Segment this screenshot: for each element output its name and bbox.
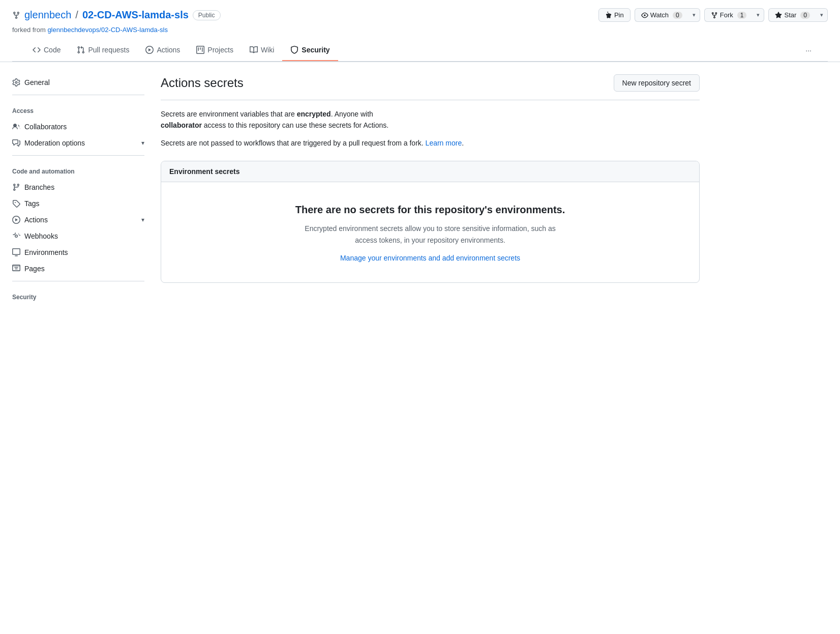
watch-btn-group: Watch 0 ▾: [635, 8, 700, 22]
fork-count: 1: [737, 12, 747, 19]
watch-label: Watch: [650, 11, 669, 19]
tab-pull-requests[interactable]: Pull requests: [69, 40, 137, 61]
forked-from-label: forked from: [12, 26, 46, 34]
fork-icon: [711, 12, 718, 19]
tab-actions-label: Actions: [157, 46, 180, 54]
desc2-suffix: access to this repository can use these …: [202, 121, 388, 129]
tab-code[interactable]: Code: [24, 40, 69, 61]
tab-projects-label: Projects: [207, 46, 233, 54]
forked-from: forked from glennbechdevops/02-CD-AWS-la…: [12, 26, 828, 40]
content-divider: [161, 100, 700, 100]
description-1: Secrets are environment variables that a…: [161, 108, 700, 131]
tab-projects[interactable]: Projects: [188, 40, 242, 61]
env-secrets-header: Environment secrets: [161, 161, 699, 182]
code-icon: [33, 46, 41, 54]
comment-icon: [12, 139, 20, 147]
sidebar-item-actions[interactable]: Actions ▾: [12, 212, 144, 228]
sidebar-divider-3: [12, 281, 144, 281]
learn-more-link[interactable]: Learn more: [426, 139, 462, 147]
tab-security[interactable]: Security: [282, 40, 338, 61]
sidebar-general-label: General: [24, 78, 50, 87]
sidebar: General Access Collaborators Moderation …: [12, 74, 144, 305]
watch-dropdown-button[interactable]: ▾: [688, 8, 700, 22]
sidebar-item-moderation[interactable]: Moderation options ▾: [12, 135, 144, 151]
pull-request-icon: [77, 46, 85, 54]
repo-actions: Pin Watch 0 ▾ Fork 1 ▾: [598, 8, 828, 22]
desc1-prefix: Secrets are environment variables that a…: [161, 110, 297, 118]
fork-label: Fork: [720, 11, 733, 19]
tag-icon: [12, 199, 20, 208]
security-icon: [290, 46, 298, 54]
tab-pr-label: Pull requests: [88, 46, 129, 54]
actions-chevron-icon: ▾: [141, 216, 144, 223]
desc1-suffix: . Anyone with: [331, 110, 373, 118]
webhook-icon: [12, 232, 20, 240]
fork-dropdown-button[interactable]: ▾: [753, 8, 764, 22]
main-layout: General Access Collaborators Moderation …: [0, 62, 712, 317]
tab-code-label: Code: [44, 46, 61, 54]
star-count: 0: [800, 12, 810, 19]
gear-icon: [12, 78, 20, 87]
pin-button[interactable]: Pin: [598, 8, 631, 22]
sidebar-item-branches[interactable]: Branches: [12, 179, 144, 195]
repo-header: glennbech / 02-CD-AWS-lamda-sls Public P…: [0, 0, 840, 62]
star-label: Star: [784, 11, 796, 19]
star-dropdown-button[interactable]: ▾: [816, 8, 828, 22]
desc3-suffix: .: [462, 139, 464, 147]
sidebar-pages-label: Pages: [24, 265, 45, 273]
sidebar-collaborators-label: Collaborators: [24, 123, 67, 131]
content-area: Actions secrets New repository secret Se…: [161, 74, 700, 305]
projects-icon: [196, 46, 204, 54]
star-button[interactable]: Star 0: [768, 8, 816, 22]
actions-row: Actions ▾: [24, 216, 144, 224]
fork-btn-group: Fork 1 ▾: [704, 8, 765, 22]
sidebar-item-webhooks[interactable]: Webhooks: [12, 228, 144, 244]
visibility-badge: Public: [193, 10, 221, 20]
actions-icon: [145, 46, 154, 54]
star-btn-group: Star 0 ▾: [768, 8, 828, 22]
desc3-prefix: Secrets are not passed to workflows that…: [161, 139, 426, 147]
tab-wiki-label: Wiki: [261, 46, 274, 54]
moderation-chevron-icon: ▾: [141, 139, 144, 147]
desc1-bold: encrypted: [297, 110, 331, 118]
watch-button[interactable]: Watch 0: [635, 8, 688, 22]
tab-wiki[interactable]: Wiki: [242, 40, 282, 61]
sidebar-webhooks-label: Webhooks: [24, 232, 58, 240]
sidebar-code-automation-section: Code and automation: [12, 160, 144, 179]
no-secrets-title: There are no secrets for this repository…: [173, 203, 687, 217]
person-icon: [12, 123, 20, 131]
page-title: Actions secrets: [161, 76, 244, 90]
repo-name-link[interactable]: 02-CD-AWS-lamda-sls: [82, 9, 189, 21]
sidebar-item-general[interactable]: General: [12, 74, 144, 91]
manage-environments-link[interactable]: Manage your environments and add environ…: [340, 254, 520, 262]
nav-more-button[interactable]: ···: [801, 40, 816, 61]
tab-actions[interactable]: Actions: [137, 40, 188, 61]
env-secrets-body: There are no secrets for this repository…: [161, 182, 699, 282]
repo-separator: /: [75, 9, 78, 21]
repo-title-row: glennbech / 02-CD-AWS-lamda-sls Public P…: [12, 8, 828, 22]
sidebar-divider-1: [12, 95, 144, 95]
moderation-row: Moderation options ▾: [24, 139, 144, 147]
env-secrets-header-text: Environment secrets: [169, 167, 240, 176]
new-repository-secret-button[interactable]: New repository secret: [614, 74, 700, 92]
star-icon: [775, 12, 782, 19]
sidebar-access-section: Access: [12, 99, 144, 119]
sidebar-actions-label: Actions: [24, 216, 48, 224]
actions-sidebar-icon: [12, 216, 20, 224]
forked-from-link[interactable]: glennbechdevops/02-CD-AWS-lamda-sls: [47, 26, 168, 34]
tab-security-label: Security: [302, 46, 329, 54]
sidebar-branches-label: Branches: [24, 183, 54, 191]
sidebar-item-tags[interactable]: Tags: [12, 195, 144, 212]
environment-secrets-box: Environment secrets There are no secrets…: [161, 161, 700, 283]
watch-icon: [641, 12, 648, 19]
fork-button[interactable]: Fork 1: [704, 8, 753, 22]
sidebar-item-environments[interactable]: Environments: [12, 244, 144, 261]
repo-owner-link[interactable]: glennbech: [24, 9, 71, 21]
description-2: Secrets are not passed to workflows that…: [161, 137, 700, 149]
pages-icon: [12, 265, 20, 273]
watch-count: 0: [673, 12, 682, 19]
sidebar-item-pages[interactable]: Pages: [12, 261, 144, 277]
repo-title-left: glennbech / 02-CD-AWS-lamda-sls Public: [12, 9, 221, 21]
environments-icon: [12, 248, 20, 256]
sidebar-item-collaborators[interactable]: Collaborators: [12, 119, 144, 135]
